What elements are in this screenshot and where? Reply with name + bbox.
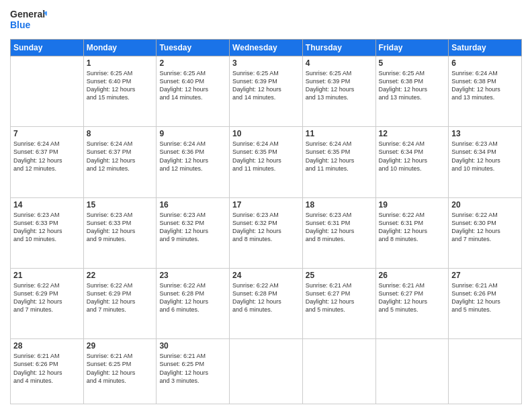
calendar-cell [449, 339, 522, 404]
calendar-cell: 20Sunrise: 6:22 AM Sunset: 6:30 PM Dayli… [449, 197, 522, 268]
day-info: Sunrise: 6:22 AM Sunset: 6:29 PM Dayligh… [13, 281, 81, 314]
day-info: Sunrise: 6:25 AM Sunset: 6:40 PM Dayligh… [159, 69, 226, 102]
day-info: Sunrise: 6:22 AM Sunset: 6:30 PM Dayligh… [451, 211, 519, 244]
calendar-cell: 14Sunrise: 6:23 AM Sunset: 6:33 PM Dayli… [11, 197, 84, 268]
calendar-cell [11, 56, 84, 127]
calendar-cell: 22Sunrise: 6:22 AM Sunset: 6:29 PM Dayli… [83, 268, 157, 338]
day-number: 21 [13, 271, 81, 280]
calendar-cell: 13Sunrise: 6:23 AM Sunset: 6:34 PM Dayli… [449, 127, 522, 197]
day-number: 25 [306, 271, 373, 280]
day-number: 20 [451, 200, 519, 210]
calendar-cell: 19Sunrise: 6:22 AM Sunset: 6:31 PM Dayli… [375, 197, 449, 268]
calendar-cell: 3Sunrise: 6:25 AM Sunset: 6:39 PM Daylig… [230, 56, 303, 127]
calendar-cell: 10Sunrise: 6:24 AM Sunset: 6:35 PM Dayli… [230, 127, 303, 197]
weekday-header-thursday: Thursday [302, 40, 375, 56]
day-number: 7 [13, 129, 81, 138]
week-row-1: 1Sunrise: 6:25 AM Sunset: 6:40 PM Daylig… [11, 56, 522, 127]
svg-text:General: General [10, 9, 45, 19]
calendar-cell: 8Sunrise: 6:24 AM Sunset: 6:37 PM Daylig… [83, 127, 157, 197]
day-number: 9 [159, 129, 226, 138]
day-number: 16 [159, 200, 226, 210]
day-number: 11 [306, 129, 373, 138]
day-info: Sunrise: 6:23 AM Sunset: 6:33 PM Dayligh… [87, 211, 154, 244]
calendar-cell: 26Sunrise: 6:21 AM Sunset: 6:27 PM Dayli… [375, 268, 449, 338]
day-info: Sunrise: 6:23 AM Sunset: 6:32 PM Dayligh… [232, 211, 300, 244]
day-info: Sunrise: 6:24 AM Sunset: 6:35 PM Dayligh… [232, 140, 300, 173]
day-number: 15 [87, 200, 154, 210]
svg-text:Blue: Blue [10, 19, 31, 30]
day-info: Sunrise: 6:21 AM Sunset: 6:27 PM Dayligh… [379, 281, 446, 314]
day-info: Sunrise: 6:21 AM Sunset: 6:25 PM Dayligh… [159, 352, 226, 385]
calendar-cell: 12Sunrise: 6:24 AM Sunset: 6:34 PM Dayli… [375, 127, 449, 197]
day-number: 17 [232, 200, 300, 210]
weekday-header-monday: Monday [83, 40, 157, 56]
day-info: Sunrise: 6:23 AM Sunset: 6:32 PM Dayligh… [159, 211, 226, 244]
header: General Blue [10, 7, 522, 34]
calendar-cell: 21Sunrise: 6:22 AM Sunset: 6:29 PM Dayli… [11, 268, 84, 338]
day-info: Sunrise: 6:25 AM Sunset: 6:39 PM Dayligh… [306, 69, 373, 102]
day-info: Sunrise: 6:24 AM Sunset: 6:37 PM Dayligh… [87, 140, 154, 173]
calendar-cell: 25Sunrise: 6:21 AM Sunset: 6:27 PM Dayli… [302, 268, 375, 338]
calendar-cell: 23Sunrise: 6:22 AM Sunset: 6:28 PM Dayli… [157, 268, 230, 338]
week-row-3: 14Sunrise: 6:23 AM Sunset: 6:33 PM Dayli… [11, 197, 522, 268]
day-number: 30 [159, 341, 226, 351]
day-number: 22 [87, 271, 154, 280]
day-number: 5 [379, 58, 446, 68]
calendar-cell: 27Sunrise: 6:21 AM Sunset: 6:26 PM Dayli… [449, 268, 522, 338]
weekday-header-sunday: Sunday [11, 40, 84, 56]
weekday-header-saturday: Saturday [449, 40, 522, 56]
day-info: Sunrise: 6:24 AM Sunset: 6:36 PM Dayligh… [159, 140, 226, 173]
day-info: Sunrise: 6:23 AM Sunset: 6:33 PM Dayligh… [13, 211, 81, 244]
day-number: 27 [451, 271, 519, 280]
day-info: Sunrise: 6:24 AM Sunset: 6:37 PM Dayligh… [13, 140, 81, 173]
day-number: 23 [159, 271, 226, 280]
calendar-cell: 6Sunrise: 6:24 AM Sunset: 6:38 PM Daylig… [449, 56, 522, 127]
calendar-cell [375, 339, 449, 404]
day-info: Sunrise: 6:25 AM Sunset: 6:40 PM Dayligh… [87, 69, 154, 102]
day-info: Sunrise: 6:21 AM Sunset: 6:26 PM Dayligh… [13, 352, 81, 385]
day-number: 12 [379, 129, 446, 138]
day-number: 8 [87, 129, 154, 138]
calendar-cell: 4Sunrise: 6:25 AM Sunset: 6:39 PM Daylig… [302, 56, 375, 127]
weekday-header-wednesday: Wednesday [230, 40, 303, 56]
calendar-cell: 15Sunrise: 6:23 AM Sunset: 6:33 PM Dayli… [83, 197, 157, 268]
day-info: Sunrise: 6:22 AM Sunset: 6:28 PM Dayligh… [159, 281, 226, 314]
calendar-table: SundayMondayTuesdayWednesdayThursdayFrid… [10, 39, 522, 404]
logo: General Blue [10, 7, 47, 34]
day-number: 14 [13, 200, 81, 210]
day-info: Sunrise: 6:22 AM Sunset: 6:31 PM Dayligh… [379, 211, 446, 244]
day-number: 19 [379, 200, 446, 210]
day-info: Sunrise: 6:21 AM Sunset: 6:27 PM Dayligh… [306, 281, 373, 314]
calendar-cell: 7Sunrise: 6:24 AM Sunset: 6:37 PM Daylig… [11, 127, 84, 197]
day-info: Sunrise: 6:24 AM Sunset: 6:34 PM Dayligh… [379, 140, 446, 173]
calendar-cell: 16Sunrise: 6:23 AM Sunset: 6:32 PM Dayli… [157, 197, 230, 268]
day-info: Sunrise: 6:23 AM Sunset: 6:31 PM Dayligh… [306, 211, 373, 244]
week-row-2: 7Sunrise: 6:24 AM Sunset: 6:37 PM Daylig… [11, 127, 522, 197]
week-row-4: 21Sunrise: 6:22 AM Sunset: 6:29 PM Dayli… [11, 268, 522, 338]
day-number: 29 [87, 341, 154, 351]
calendar-cell: 11Sunrise: 6:24 AM Sunset: 6:35 PM Dayli… [302, 127, 375, 197]
day-info: Sunrise: 6:24 AM Sunset: 6:35 PM Dayligh… [306, 140, 373, 173]
calendar-cell: 17Sunrise: 6:23 AM Sunset: 6:32 PM Dayli… [230, 197, 303, 268]
day-info: Sunrise: 6:24 AM Sunset: 6:38 PM Dayligh… [451, 69, 519, 102]
day-number: 3 [232, 58, 300, 68]
calendar-cell [302, 339, 375, 404]
day-info: Sunrise: 6:25 AM Sunset: 6:39 PM Dayligh… [232, 69, 300, 102]
day-number: 24 [232, 271, 300, 280]
day-info: Sunrise: 6:22 AM Sunset: 6:29 PM Dayligh… [87, 281, 154, 314]
day-number: 4 [306, 58, 373, 68]
calendar-cell: 9Sunrise: 6:24 AM Sunset: 6:36 PM Daylig… [157, 127, 230, 197]
day-info: Sunrise: 6:21 AM Sunset: 6:26 PM Dayligh… [451, 281, 519, 314]
week-row-5: 28Sunrise: 6:21 AM Sunset: 6:26 PM Dayli… [11, 339, 522, 404]
calendar-cell: 28Sunrise: 6:21 AM Sunset: 6:26 PM Dayli… [11, 339, 84, 404]
day-number: 2 [159, 58, 226, 68]
page: General Blue SundayMondayTuesdayWednesda… [0, 0, 532, 411]
weekday-header-row: SundayMondayTuesdayWednesdayThursdayFrid… [11, 40, 522, 56]
calendar-cell [230, 339, 303, 404]
calendar-cell: 1Sunrise: 6:25 AM Sunset: 6:40 PM Daylig… [83, 56, 157, 127]
weekday-header-tuesday: Tuesday [157, 40, 230, 56]
day-number: 1 [87, 58, 154, 68]
day-number: 13 [451, 129, 519, 138]
calendar-cell: 2Sunrise: 6:25 AM Sunset: 6:40 PM Daylig… [157, 56, 230, 127]
day-number: 10 [232, 129, 300, 138]
